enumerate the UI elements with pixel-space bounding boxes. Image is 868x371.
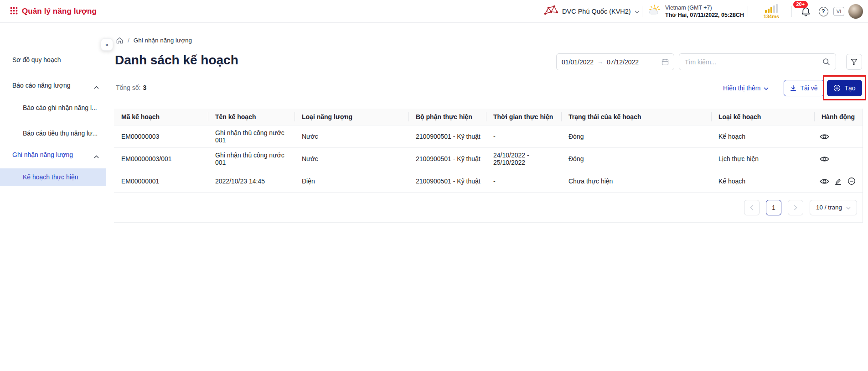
sidebar-item-ke-hoach-thuc-hien[interactable]: Kế hoạch thực hiện bbox=[0, 168, 106, 186]
column-header[interactable]: Thời gian thực hiện bbox=[486, 109, 561, 125]
cell-plan-name: Ghi nhận thủ công nước 001 bbox=[208, 125, 294, 147]
filter-button[interactable] bbox=[846, 54, 862, 70]
app-screen: Quản lý năng lượng DVC Phú Quốc (KVH2) bbox=[0, 0, 868, 371]
cell-plan-code: EM00000001 bbox=[114, 170, 208, 192]
date-range-picker[interactable]: 01/01/2022 → 07/12/2022 bbox=[556, 53, 674, 70]
cell-actions bbox=[814, 148, 863, 170]
grid-menu-icon bbox=[10, 7, 18, 16]
cell-energy-type: Điện bbox=[294, 170, 408, 192]
date-range-arrow-icon: → bbox=[597, 58, 603, 65]
column-header[interactable]: Tên kế hoạch bbox=[208, 109, 294, 125]
breadcrumb-current[interactable]: Ghi nhận năng lượng bbox=[134, 37, 192, 44]
sidebar-collapse-button[interactable]: « bbox=[101, 38, 113, 51]
column-header[interactable]: Bộ phận thực hiện bbox=[408, 109, 486, 125]
column-header[interactable]: Mã kế hoạch bbox=[114, 109, 208, 125]
date-to-value[interactable]: 07/12/2022 bbox=[607, 58, 639, 66]
cell-plan-type: Kế hoạch bbox=[711, 170, 814, 192]
question-mark-icon: ? bbox=[819, 7, 828, 16]
date-from-value[interactable]: 01/01/2022 bbox=[562, 58, 594, 66]
cell-department: 2100900501 - Kỹ thuật bbox=[408, 125, 486, 147]
show-more-dropdown[interactable]: Hiển thị thêm bbox=[723, 80, 769, 96]
cell-department: 2100900501 - Kỹ thuật bbox=[408, 170, 486, 192]
sidebar-item-ghi-nhan-nang-luong[interactable]: Ghi nhận năng lượng bbox=[0, 146, 106, 163]
pagination-prev-button[interactable] bbox=[744, 200, 760, 215]
app-logo[interactable]: Quản lý năng lượng bbox=[10, 0, 97, 23]
cell-plan-code: EM00000003 bbox=[114, 125, 208, 147]
cell-energy-type: Nước bbox=[294, 125, 408, 147]
download-label: Tải về bbox=[800, 84, 817, 92]
user-avatar[interactable] bbox=[848, 4, 863, 19]
download-icon bbox=[790, 85, 796, 91]
cell-plan-type: Lịch thực hiện bbox=[711, 148, 814, 170]
total-label: Tổng số: bbox=[116, 84, 140, 91]
sidebar: Sơ đồ quy hoạch Báo cáo năng lượng Báo c… bbox=[0, 23, 106, 371]
create-button[interactable]: Tạo bbox=[827, 80, 862, 96]
cell-actions bbox=[814, 170, 863, 192]
table-row[interactable]: EM00000003/001 Ghi nhận thủ công nước 00… bbox=[114, 147, 863, 170]
app-title: Quản lý năng lượng bbox=[22, 7, 97, 16]
chevron-up-icon bbox=[94, 83, 99, 90]
breadcrumb-separator: / bbox=[128, 37, 129, 44]
sidebar-item-bao-cao-tieu-thu[interactable]: Báo cáo tiêu thụ năng lư... bbox=[0, 125, 106, 142]
page-size-value: 10 / trang bbox=[816, 204, 842, 211]
sidebar-item-so-do-quy-hoach[interactable]: Sơ đồ quy hoạch bbox=[0, 51, 106, 68]
download-button[interactable]: Tải về bbox=[784, 80, 824, 96]
page-size-select[interactable]: 10 / trang bbox=[810, 200, 857, 215]
total-count: Tổng số:3 bbox=[116, 84, 146, 91]
cell-status: Đóng bbox=[561, 125, 711, 147]
cell-time-range: 24/10/2022 - 25/10/2022 bbox=[486, 148, 561, 170]
table-row[interactable]: EM00000001 2022/10/23 14:45 Điện 2100900… bbox=[114, 170, 863, 192]
total-value: 3 bbox=[143, 84, 146, 91]
cell-plan-type: Kế hoạch bbox=[711, 125, 814, 147]
table-header-row: Mã kế hoạch Tên kế hoạch Loại năng lượng… bbox=[114, 109, 863, 125]
app-header: Quản lý năng lượng DVC Phú Quốc (KVH2) bbox=[0, 0, 868, 23]
timezone-label: Vietnam (GMT +7) bbox=[665, 5, 744, 11]
home-icon[interactable] bbox=[116, 37, 124, 44]
column-header[interactable]: Loại kế hoạch bbox=[711, 109, 814, 125]
datetime-label: Thứ Hai, 07/11/2022, 05:28CH bbox=[665, 11, 744, 19]
plans-table: Mã kế hoạch Tên kế hoạch Loại năng lượng… bbox=[114, 109, 863, 223]
table-row[interactable]: EM00000003 Ghi nhận thủ công nước 001 Nư… bbox=[114, 125, 863, 147]
notifications-button[interactable]: 20+ bbox=[798, 0, 813, 23]
header-divider bbox=[642, 6, 642, 17]
cell-plan-name: Ghi nhận thủ công nước 001 bbox=[208, 148, 294, 170]
funnel-icon bbox=[850, 58, 858, 66]
network-latency-widget[interactable]: 134ms bbox=[755, 0, 788, 23]
weather-sun-cloud-icon bbox=[648, 4, 661, 19]
sidebar-item-bao-cao-ghi-nhan[interactable]: Báo cáo ghi nhận năng l... bbox=[0, 99, 106, 116]
pagination: 1 10 / trang bbox=[114, 192, 863, 222]
breadcrumb: / Ghi nhận năng lượng bbox=[116, 37, 192, 44]
edit-button[interactable] bbox=[832, 176, 843, 187]
view-button[interactable] bbox=[819, 153, 830, 164]
pagination-next-button[interactable] bbox=[788, 200, 803, 215]
search-input[interactable] bbox=[685, 58, 822, 66]
chevron-down-icon bbox=[764, 84, 769, 92]
sidebar-item-bao-cao-nang-luong[interactable]: Báo cáo năng lượng bbox=[0, 77, 106, 94]
show-more-label: Hiển thị thêm bbox=[723, 84, 760, 92]
cell-plan-name: 2022/10/23 14:45 bbox=[208, 170, 294, 192]
view-button[interactable] bbox=[819, 131, 830, 142]
column-header[interactable]: Hành động bbox=[814, 109, 863, 125]
create-label: Tạo bbox=[844, 84, 855, 92]
remove-button[interactable] bbox=[846, 176, 857, 187]
cell-time-range: - bbox=[486, 170, 561, 192]
site-network-icon bbox=[544, 5, 558, 18]
latency-value: 134ms bbox=[764, 14, 779, 19]
column-header[interactable]: Trạng thái của kế hoạch bbox=[561, 109, 711, 125]
language-switcher[interactable]: VI bbox=[833, 7, 844, 16]
cell-actions bbox=[814, 125, 863, 147]
header-divider bbox=[791, 6, 792, 17]
pagination-page-1[interactable]: 1 bbox=[766, 200, 781, 215]
help-button[interactable]: ? bbox=[818, 0, 829, 23]
site-switcher[interactable]: DVC Phú Quốc (KVH2) bbox=[544, 0, 640, 23]
view-button[interactable] bbox=[819, 176, 830, 187]
cell-status: Đóng bbox=[561, 148, 711, 170]
signal-bars-icon bbox=[765, 4, 778, 13]
cell-status: Chưa thực hiện bbox=[561, 170, 711, 192]
search-box bbox=[679, 53, 836, 70]
cell-energy-type: Nước bbox=[294, 148, 408, 170]
calendar-icon bbox=[661, 58, 669, 66]
search-icon[interactable] bbox=[822, 58, 830, 66]
cell-time-range: - bbox=[486, 125, 561, 147]
column-header[interactable]: Loại năng lượng bbox=[294, 109, 408, 125]
